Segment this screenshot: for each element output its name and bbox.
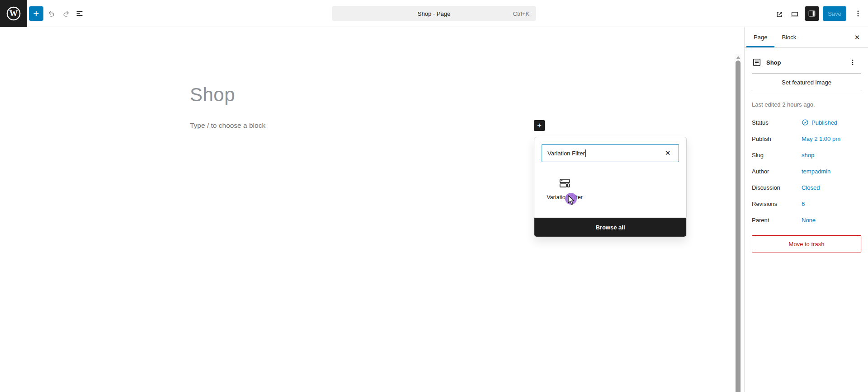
command-shortcut: Ctrl+K [513,6,529,21]
author-button[interactable]: tempadmin [802,168,830,175]
meta-row-discussion: Discussion Closed [752,179,861,196]
editor-canvas: Shop Type / to choose a block + Variatio… [0,27,744,392]
meta-row-publish: Publish May 2 1:00 pm [752,131,861,147]
kebab-menu-icon [848,58,857,67]
text-caret [585,149,586,157]
block-inserter-popup: Variation Filter ✕ Variation Filter Brow… [534,137,687,237]
meta-label: Status [752,119,802,126]
last-edited-text: Last edited 2 hours ago. [752,101,861,108]
meta-row-slug: Slug shop [752,147,861,163]
parent-button[interactable]: None [802,217,816,224]
variation-filter-block-icon [559,177,571,189]
toolbar-inserter-button[interactable]: + [29,6,43,21]
move-to-trash-button[interactable]: Move to trash [752,235,861,252]
scrollbar-up-arrow[interactable] [736,56,741,59]
settings-sidebar-toggle[interactable] [805,6,819,21]
save-button[interactable]: Save [823,6,846,21]
wordpress-logo[interactable]: W [0,0,27,27]
page-summary-row: Shop [752,56,861,69]
block-search-value: Variation Filter [547,150,585,157]
document-bar[interactable]: Shop · Page Ctrl+K [332,6,536,21]
meta-label: Revisions [752,201,802,207]
undo-icon [47,9,57,19]
view-page-button[interactable] [773,8,786,21]
meta-label: Slug [752,152,802,159]
block-result-variation-filter[interactable]: Variation Filter [541,177,589,201]
meta-row-author: Author tempadmin [752,163,861,179]
block-search-input[interactable]: Variation Filter ✕ [542,144,679,162]
wordpress-editor: W + Shop · Page Ctrl+K [0,0,868,392]
publish-date-button[interactable]: May 2 1:00 pm [802,135,840,142]
external-link-icon [775,10,784,19]
sidebar-icon [807,9,816,18]
document-overview-button[interactable] [73,7,86,20]
options-menu-button[interactable] [852,7,864,20]
scrollbar-thumb[interactable] [736,61,741,392]
empty-block-placeholder[interactable]: Type / to choose a block [190,121,265,130]
clear-search-button[interactable]: ✕ [661,145,674,161]
sidebar-tabs: Page Block ✕ [745,27,868,48]
meta-label: Author [752,168,802,175]
redo-button[interactable] [60,7,72,20]
meta-row-revisions: Revisions 6 [752,196,861,212]
document-bar-title: Shop · Page [418,10,450,17]
tab-page[interactable]: Page [746,27,774,47]
page-document-icon [752,57,762,67]
meta-row-status: Status Published [752,114,861,131]
set-featured-image-button[interactable]: Set featured image [752,73,861,91]
page-meta: Status Published Publish May 2 1:00 pm S… [752,114,861,228]
meta-row-parent: Parent None [752,212,861,228]
meta-label: Parent [752,217,802,224]
status-value: Published [811,119,837,126]
laptop-icon [790,9,800,19]
browse-all-button[interactable]: Browse all [534,218,686,237]
settings-sidebar: Page Block ✕ Shop Set featured image Las… [744,27,868,392]
slug-button[interactable]: shop [802,152,814,159]
undo-button[interactable] [45,7,58,20]
block-result-label: Variation Filter [547,194,583,201]
redo-icon [61,9,71,19]
page-actions-menu-button[interactable] [848,56,861,69]
published-check-icon [802,119,809,126]
editor-toolbar: W + Shop · Page Ctrl+K [0,0,868,27]
meta-label: Discussion [752,184,802,191]
status-value-button[interactable]: Published [802,119,837,126]
mouse-cursor-icon [568,195,576,206]
close-sidebar-button[interactable]: ✕ [851,31,863,44]
meta-label: Publish [752,135,802,142]
block-inserter-button[interactable]: + [534,120,545,131]
revisions-button[interactable]: 6 [802,201,805,207]
tab-block[interactable]: Block [774,27,803,47]
post-title[interactable]: Shop [190,84,235,106]
list-view-icon [75,9,85,19]
discussion-button[interactable]: Closed [802,184,820,191]
svg-text:W: W [9,9,18,18]
page-panel-title: Shop [766,59,848,66]
preview-button[interactable] [788,8,801,21]
canvas-scrollbar[interactable] [735,54,741,392]
kebab-menu-icon [853,9,863,19]
wordpress-icon: W [6,6,21,21]
